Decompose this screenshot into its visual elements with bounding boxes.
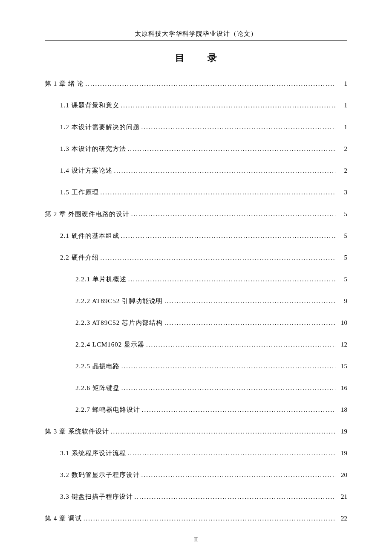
toc-entry-page: 5 [337,232,347,240]
toc-dot-leader [131,211,335,218]
toc-entry: 2.2 硬件介绍5 [45,254,347,262]
toc-entry: 第 1 章 绪 论1 [45,80,347,88]
toc-entry: 2.2.4 LCM1602 显示器12 [45,341,347,349]
toc-dot-leader [128,450,336,457]
toc-dot-leader [128,276,335,283]
toc-entry: 3.1 系统程序设计流程19 [45,449,347,457]
toc-entry-label: 2.2.6 矩阵键盘 [75,384,120,392]
toc-entry-label: 第 3 章 系统软件设计 [45,428,109,436]
toc-dot-leader [121,384,335,392]
toc-entry: 2.2.7 蜂鸣器电路设计18 [45,406,347,414]
toc-entry-page: 3 [337,189,347,196]
toc-entry-page: 2 [337,145,347,153]
toc-dot-leader [84,515,335,522]
toc-entry-page: 18 [337,406,347,413]
toc-entry-page: 10 [337,319,347,327]
toc-dot-leader [111,428,335,435]
toc-entry: 第 2 章 外围硬件电路的设计5 [45,210,347,218]
toc-entry-page: 19 [337,450,347,457]
toc-entry-label: 第 2 章 外围硬件电路的设计 [45,210,130,218]
toc-entry: 2.2.5 晶振电路15 [45,362,347,370]
toc-entry: 2.1 硬件的基本组成5 [45,232,347,240]
toc-dot-leader [121,232,336,240]
toc-entry: 3.2 数码管显示子程序设计20 [45,471,347,479]
toc-entry-page: 21 [337,493,347,500]
toc-entry: 2.2.6 矩阵键盘16 [45,384,347,392]
toc-dot-leader [101,189,336,196]
toc-entry-label: 2.2.4 LCM1602 显示器 [75,341,144,349]
toc-dot-leader [142,406,335,413]
toc-entry-page: 9 [337,298,347,305]
toc-entry-label: 1.3 本设计的研究方法 [60,145,126,153]
toc-entry-label: 第 4 章 调试 [45,515,82,523]
toc-entry-label: 2.2.1 单片机概述 [75,275,127,283]
toc-entry: 第 4 章 调试22 [45,515,347,523]
toc-entry: 2.2.2 AT89C52 引脚功能说明9 [45,297,347,305]
toc-entry-page: 5 [337,254,347,261]
header-rule-bottom [45,42,347,42]
toc-entry-label: 2.2.3 AT89C52 芯片内部结构 [75,319,163,327]
toc-entry-page: 1 [337,80,347,87]
toc-dot-leader [141,124,336,131]
toc-dot-leader [141,471,336,479]
toc-entry-page: 12 [337,341,347,348]
toc-dot-leader [164,298,335,305]
toc-entry-label: 3.1 系统程序设计流程 [60,449,126,457]
toc-entry-label: 2.2.7 蜂鸣器电路设计 [75,406,140,414]
toc-entry-page: 22 [337,515,347,522]
toc-entry: 1.3 本设计的研究方法2 [45,145,347,153]
toc-entry-page: 5 [337,276,347,283]
toc-title: 目 录 [45,52,347,64]
toc-entry-label: 1.2 本设计需要解决的问题 [60,123,140,131]
toc-entry-label: 2.2.5 晶振电路 [75,362,120,370]
toc-entry-page: 2 [337,167,347,174]
toc-entry-page: 1 [337,102,347,109]
toc-entry-label: 2.1 硬件的基本组成 [60,232,119,240]
page-number: II [45,536,347,543]
toc-entry-label: 1.4 设计方案论述 [60,167,112,175]
document-page: 太原科技大学华科学院毕业设计（论文） 目 录 第 1 章 绪 论11.1 课题背… [0,0,392,543]
header-rule-top [45,40,347,41]
toc-entry: 3.3 键盘扫描子程序设计21 [45,493,347,501]
toc-dot-leader [128,145,336,153]
toc-entry: 1.2 本设计需要解决的问题1 [45,123,347,131]
toc-dot-leader [164,319,335,327]
toc-dot-leader [121,102,336,109]
toc-entry-label: 3.3 键盘扫描子程序设计 [60,493,133,501]
toc-entry-label: 2.2.2 AT89C52 引脚功能说明 [75,297,163,305]
toc-entry-label: 第 1 章 绪 论 [45,80,84,88]
toc-entry-page: 19 [337,428,347,435]
toc-entry-page: 15 [337,363,347,370]
toc-entry: 2.2.1 单片机概述5 [45,275,347,283]
toc-entry-page: 1 [337,124,347,131]
toc-dot-leader [101,254,336,261]
toc-entry: 1.1 课题背景和意义1 [45,101,347,110]
toc-entry: 第 3 章 系统软件设计19 [45,428,347,436]
table-of-contents: 第 1 章 绪 论11.1 课题背景和意义11.2 本设计需要解决的问题11.3… [45,80,347,523]
toc-entry-label: 1.1 课题背景和意义 [60,101,119,110]
toc-entry: 2.2.3 AT89C52 芯片内部结构10 [45,319,347,327]
toc-entry-label: 3.2 数码管显示子程序设计 [60,471,140,479]
toc-entry-label: 1.5 工作原理 [60,188,99,197]
toc-dot-leader [146,341,335,348]
toc-dot-leader [114,167,336,174]
toc-entry: 1.5 工作原理3 [45,188,347,197]
toc-entry-page: 5 [337,211,347,218]
toc-dot-leader [135,493,336,500]
toc-entry-page: 16 [337,384,347,392]
toc-dot-leader [121,363,335,370]
toc-dot-leader [86,80,336,87]
toc-entry-label: 2.2 硬件介绍 [60,254,99,262]
toc-entry: 1.4 设计方案论述2 [45,167,347,175]
toc-entry-page: 20 [337,471,347,479]
page-header: 太原科技大学华科学院毕业设计（论文） [45,30,347,40]
